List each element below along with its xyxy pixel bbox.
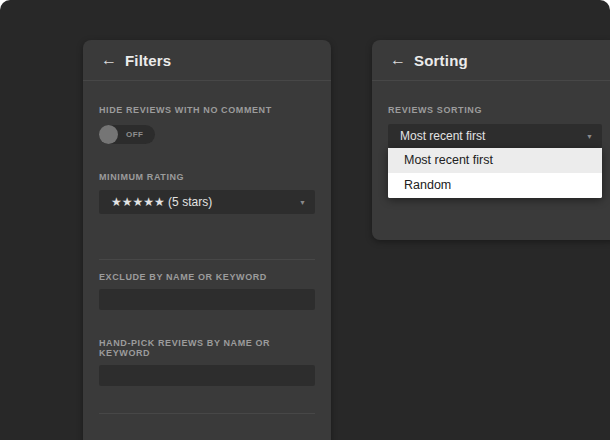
sorting-panel-body: REVIEWS SORTING Most recent first ▼ Most… (372, 105, 610, 198)
hand-pick-label: HAND-PICK REVIEWS BY NAME OR KEYWORD (99, 338, 315, 358)
reviews-sorting-select[interactable]: Most recent first ▼ (388, 124, 602, 148)
minimum-rating-value: ★★★★★ (5 stars) (111, 195, 212, 209)
filters-panel: ← Filters HIDE REVIEWS WITH NO COMMENT O… (83, 40, 331, 440)
back-arrow-icon[interactable]: ← (101, 52, 117, 68)
hide-no-comment-toggle[interactable]: OFF (99, 125, 155, 144)
back-arrow-icon[interactable]: ← (390, 52, 406, 68)
toggle-state-label: OFF (126, 130, 144, 139)
hand-pick-input[interactable] (99, 365, 315, 386)
chevron-down-icon: ▼ (586, 133, 593, 140)
filters-panel-body: HIDE REVIEWS WITH NO COMMENT OFF MINIMUM… (83, 105, 331, 440)
section-divider (99, 259, 315, 260)
chevron-down-icon: ▼ (299, 199, 306, 206)
filters-panel-header: ← Filters (83, 40, 331, 81)
app-screen: ← Filters HIDE REVIEWS WITH NO COMMENT O… (0, 0, 610, 440)
toggle-knob-icon (99, 125, 118, 144)
hide-no-comment-label: HIDE REVIEWS WITH NO COMMENT (99, 105, 315, 115)
sorting-panel-header: ← Sorting (372, 40, 610, 81)
exclude-keyword-label: EXCLUDE BY NAME OR KEYWORD (99, 272, 315, 282)
minimum-rating-select[interactable]: ★★★★★ (5 stars) ▼ (99, 190, 315, 214)
page-title: Filters (125, 52, 171, 69)
dropdown-option-random[interactable]: Random (388, 173, 602, 198)
section-divider (99, 413, 315, 414)
exclude-keyword-input[interactable] (99, 289, 315, 310)
reviews-sorting-label: REVIEWS SORTING (388, 105, 602, 115)
minimum-rating-label: MINIMUM RATING (99, 172, 315, 182)
dropdown-option-most-recent[interactable]: Most recent first (388, 148, 602, 173)
page-title: Sorting (414, 52, 468, 69)
sorting-panel: ← Sorting REVIEWS SORTING Most recent fi… (372, 40, 610, 240)
reviews-sorting-value: Most recent first (400, 129, 485, 143)
sorting-dropdown-list: Most recent first Random (388, 148, 602, 198)
